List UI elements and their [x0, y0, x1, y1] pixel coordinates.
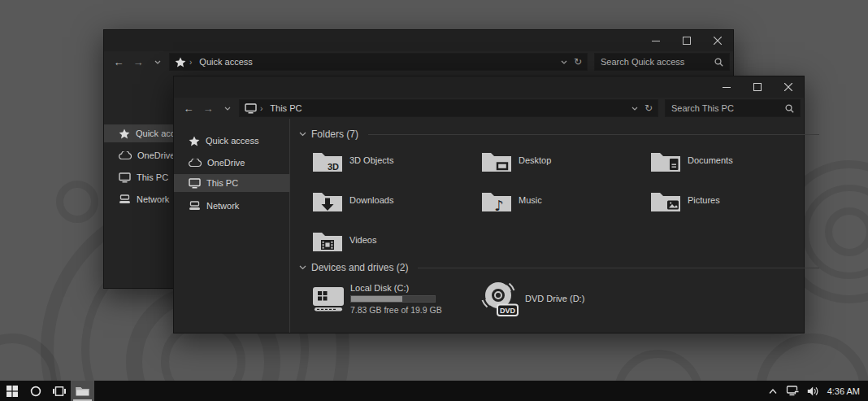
windows-start-icon	[7, 386, 18, 397]
search-icon	[714, 58, 723, 67]
close-button[interactable]	[773, 76, 804, 98]
folder-music-icon: ♪	[481, 188, 512, 212]
sidebar-item-onedrive[interactable]: OneDrive	[174, 154, 289, 172]
svg-text:♪: ♪	[494, 197, 504, 212]
network-status-icon[interactable]	[786, 386, 799, 396]
close-button[interactable]	[702, 30, 733, 51]
folder-tile-videos[interactable]: Videos	[312, 224, 481, 255]
maximize-icon	[683, 37, 691, 45]
cloud-icon	[119, 151, 132, 160]
monitor-icon	[189, 178, 201, 189]
drive-tile-dvd-d[interactable]: DVD DVD Drive (D:)	[481, 278, 692, 319]
chevron-down-icon	[224, 107, 231, 111]
sidebar-item-label: OneDrive	[137, 150, 175, 160]
tile-label: Music	[519, 195, 542, 205]
task-view-button[interactable]	[47, 381, 71, 401]
sidebar-item-label: Network	[137, 194, 169, 204]
refresh-icon[interactable]: ↻	[644, 102, 653, 114]
tile-label: Desktop	[519, 155, 551, 165]
taskbar: 4:36 AM	[0, 381, 868, 401]
cortana-circle-icon	[30, 386, 41, 397]
refresh-icon[interactable]: ↻	[574, 56, 582, 68]
maximize-button[interactable]	[742, 76, 773, 98]
tile-label: Videos	[349, 235, 376, 245]
minimize-button[interactable]	[640, 30, 671, 51]
group-title-devices[interactable]: Devices and drives (2)	[311, 262, 408, 273]
drive-label: DVD Drive (D:)	[525, 294, 584, 303]
minimize-button[interactable]	[711, 76, 742, 98]
explorer-window-this-pc: ← → › This PC ↻ Search This PC	[173, 76, 805, 333]
dvd-disc-icon: DVD	[481, 280, 519, 317]
search-placeholder: Search Quick access	[601, 57, 684, 67]
start-button[interactable]	[0, 381, 24, 401]
quick-access-star-icon	[189, 136, 200, 146]
tray-chevron-up-icon[interactable]	[768, 388, 778, 394]
search-box[interactable]: Search This PC	[665, 99, 801, 117]
sidebar-item-this-pc[interactable]: This PC	[174, 174, 289, 192]
minimize-icon	[723, 83, 731, 91]
taskbar-clock[interactable]: 4:36 AM	[827, 386, 860, 396]
forward-button[interactable]: →	[128, 54, 148, 70]
folder-videos-icon	[312, 228, 343, 252]
capacity-bar-fill	[351, 296, 402, 302]
volume-icon[interactable]	[807, 386, 819, 396]
chevron-down-icon[interactable]	[561, 60, 567, 64]
group-title-folders[interactable]: Folders (7)	[311, 129, 358, 140]
folder-tile-pictures[interactable]: Pictures	[650, 185, 819, 216]
search-placeholder: Search This PC	[671, 103, 734, 113]
search-icon	[785, 104, 794, 113]
task-view-icon	[53, 386, 66, 396]
quick-access-star-icon	[119, 129, 130, 139]
sidebar-item-label: This PC	[206, 178, 238, 188]
folder-tile-3d-objects[interactable]: 3D 3D Objects	[312, 145, 481, 176]
folder-3d-objects-icon: 3D	[312, 148, 343, 172]
folder-tile-desktop[interactable]: Desktop	[481, 145, 650, 176]
cloud-icon	[189, 159, 202, 168]
sidebar-item-network[interactable]: Network	[174, 197, 289, 215]
desktop[interactable]: ← → › Quick access ↻ Search Quick access	[0, 0, 868, 401]
recent-locations-button[interactable]	[218, 100, 237, 116]
drive-label: Local Disk (C:)	[350, 283, 442, 293]
maximize-icon	[753, 83, 762, 91]
close-icon	[714, 37, 722, 45]
group-divider	[368, 134, 819, 135]
titlebar[interactable]	[174, 76, 804, 98]
folder-tile-music[interactable]: ♪ Music	[481, 185, 650, 216]
sidebar-item-label: Quick access	[206, 136, 258, 146]
capacity-bar	[350, 295, 436, 303]
taskbar-file-explorer-button[interactable]	[71, 381, 94, 401]
tile-label: 3D Objects	[349, 155, 393, 165]
sidebar-item-label: OneDrive	[207, 158, 245, 168]
breadcrumb[interactable]: Quick access	[199, 57, 252, 67]
forward-button[interactable]: →	[198, 100, 218, 116]
network-icon	[119, 194, 131, 204]
sidebar-item-quick-access[interactable]: Quick access	[174, 132, 289, 150]
drive-tile-local-disk-c[interactable]: Local Disk (C:) 7.83 GB free of 19.9 GB	[312, 278, 481, 319]
titlebar[interactable]	[104, 30, 733, 51]
folder-pictures-icon	[650, 188, 681, 212]
cortana-button[interactable]	[24, 381, 47, 401]
breadcrumb[interactable]: This PC	[270, 103, 302, 113]
folder-tile-documents[interactable]: Documents	[650, 145, 819, 176]
address-bar[interactable]: › Quick access ↻	[169, 53, 588, 71]
close-icon	[784, 83, 792, 91]
tile-label: Pictures	[688, 195, 720, 205]
svg-text:3D: 3D	[328, 162, 339, 172]
wallpaper-ring	[56, 181, 98, 223]
folder-documents-icon	[650, 148, 681, 172]
search-box[interactable]: Search Quick access	[594, 53, 730, 71]
sidebar-item-label: Network	[206, 201, 239, 211]
address-bar[interactable]: › This PC ↻	[239, 99, 658, 117]
monitor-icon	[119, 172, 131, 183]
folder-tile-downloads[interactable]: Downloads	[312, 185, 481, 216]
maximize-button[interactable]	[671, 30, 702, 51]
chevron-down-icon[interactable]	[631, 107, 638, 111]
folder-downloads-icon	[312, 188, 343, 212]
back-button[interactable]: ←	[109, 54, 128, 70]
collapse-chevron-icon[interactable]	[299, 132, 306, 137]
back-button[interactable]: ←	[179, 100, 198, 116]
group-divider	[418, 268, 819, 268]
recent-locations-button[interactable]	[148, 54, 167, 70]
collapse-chevron-icon[interactable]	[299, 265, 306, 270]
breadcrumb-separator: ›	[260, 104, 263, 113]
